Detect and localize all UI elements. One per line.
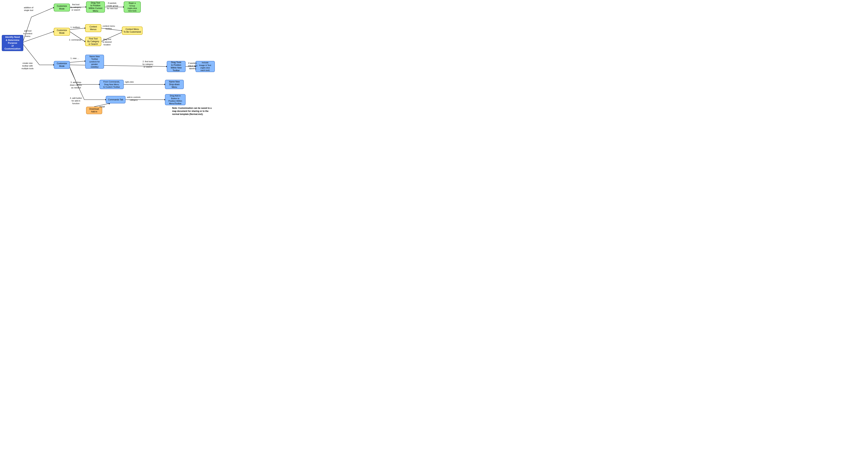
context-menus-label: Context Menus [90,26,97,31]
label-if-wanted-label: if wanted, adjust tool labeling [188,62,197,70]
begin-group-node: Begin a Group (right-click new tool) [124,1,141,12]
customize1-label: Customize Mode [57,5,67,10]
customize2-node: Customize Mode [54,28,70,36]
name-toolbar-label: Name New Toolbar (undock for greater vis… [90,55,100,68]
context-menu-custom-node: Context Menu To Be Customized [122,27,143,35]
begin-group-label: Begin a Group (right-click new tool) [127,2,137,12]
from-commands-node: From Commands, Drag New Menu to Custom T… [99,80,124,89]
diagram: Identify Need & Determine Purpose of Cus… [0,0,217,116]
label-addition-single: addition of single tool [24,6,33,12]
include-img-label: Include Image & Text (right-click each t… [199,61,211,72]
label-commands-2: 2. commands [69,38,82,41]
svg-line-1 [31,8,53,17]
label-if-wanted-group: if wanted, create group for new tool [106,2,118,10]
svg-line-20 [70,61,85,62]
note-customization: Note: Customization can be saved to a ma… [172,107,213,116]
label-add-dropdown-3: 3. add drop- down menus, as needed [70,81,82,89]
drag-addin-node: Drag Add-in Button to Position Within Me… [165,94,186,105]
commands-tab-label: Commands Tab [108,98,123,101]
name-toolbar-node: Name New Toolbar (undock for greater vis… [85,55,104,69]
download-addin-label: Download Add-in [89,108,99,113]
customize3-node: Customize Mode [54,61,70,69]
drag-tool-node: Drag Tool to Position Within Current Men… [86,1,105,12]
label-add-in-controls: add-in controls category [127,96,141,101]
drag-tools-new-label: Drag Tools to Position Within New Toolba… [171,61,182,72]
label-find-category1: find tool by category or search [70,3,81,11]
label-add-context: add tool to context menu [23,30,32,38]
context-menus-node: Context Menus [85,24,101,32]
label-context-menu-toolbar: context menu toolbar [102,25,115,30]
include-img-node: Include Image & Text (right-click each t… [195,61,215,72]
customize1-node: Customize Mode [54,4,70,11]
label-create-new-toolbar: create new toolbar with multiple tools [22,62,34,70]
customize3-label: Customize Mode [57,62,67,68]
customize2-label: Customize Mode [57,29,67,34]
commands-tab-node: Commands Tab [106,96,125,103]
label-add-button-4: 4. add button for add-in function [70,97,82,105]
label-right-click: right-click [125,81,134,83]
label-find-tools-2: 2. find tools by category or search [143,60,153,68]
drag-addin-label: Drag Add-in Button to Position Within Me… [168,94,182,105]
identify-label: Identify Need & Determine Purpose of Cus… [3,36,22,50]
identify-node: Identify Need & Determine Purpose of Cus… [2,35,23,51]
find-tool-ctx-node: Find Tool By Category or Search [85,37,101,46]
from-commands-label: From Commands, Drag New Menu to Custom T… [103,81,120,88]
label-toolbars-1: 1. toolbars [70,26,80,29]
drag-tools-new-node: Drag Tools to Position Within New Toolba… [167,61,186,72]
name-dropdown-node: Name New Drop-down Menu [165,80,184,89]
find-tool-ctx-label: Find Tool By Category or Search [87,37,99,45]
label-install: install [99,105,105,108]
name-dropdown-label: Name New Drop-down Menu [169,81,180,89]
context-menu-custom-label: Context Menu To Be Customized [124,28,141,33]
drag-tool-label: Drag Tool to Position Within Current Men… [89,2,102,12]
label-new-1: 1. new … [70,57,79,60]
label-drag-desired: drag tool to desired location [102,38,112,46]
